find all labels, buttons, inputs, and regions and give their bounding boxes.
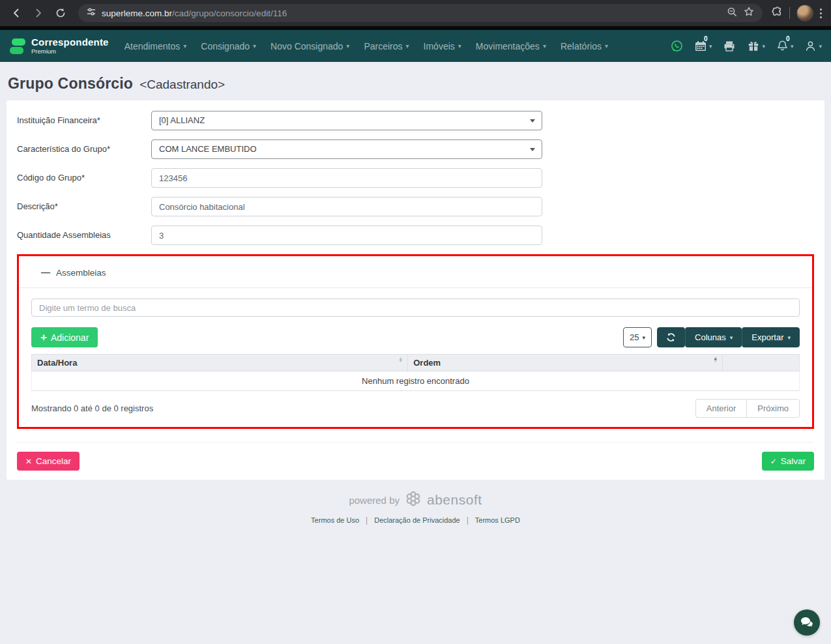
menu-relatorios[interactable]: Relatórios▾ xyxy=(561,41,608,51)
calendar-count-badge: 0 xyxy=(704,35,708,42)
assembleias-highlight-panel: — Assembleias + Adicionar 25▾ xyxy=(17,254,814,429)
column-header-actions xyxy=(723,355,800,372)
field-row-instituicao: Instituição Financeira* [0] ALLIANZ xyxy=(17,111,814,130)
label-quantidade-assembleias: Quantidade Assembleias xyxy=(17,226,151,245)
page-title-status: <Cadastrando> xyxy=(139,78,225,92)
previous-page-button[interactable]: Anterior xyxy=(695,399,747,418)
link-termos-lgpd[interactable]: Termos LGPD xyxy=(475,516,520,524)
printer-icon[interactable] xyxy=(723,40,736,52)
empty-row: Nenhum registro encontrado xyxy=(32,372,800,391)
column-header-datahora[interactable]: Data/Hora ▲▼ xyxy=(32,355,408,372)
extensions-icon[interactable] xyxy=(770,6,783,21)
field-row-caracteristica: Característica do Grupo* COM LANCE EMBUT… xyxy=(17,139,814,159)
chat-widget-button[interactable] xyxy=(794,609,820,636)
app-navbar: Correspondente Premium Atendimentos▾ Con… xyxy=(0,30,831,62)
browser-toolbar: superleme.com.br/cad/grupo/consorcio/edi… xyxy=(0,0,831,26)
gift-icon[interactable]: ▾ xyxy=(747,40,765,52)
reload-icon[interactable] xyxy=(51,3,70,23)
pagination: Anterior Próximo xyxy=(695,399,800,418)
assembleias-table: Data/Hora ▲▼ Ordem ▲▼ Nenhum registro en… xyxy=(31,354,800,391)
address-bar[interactable]: superleme.com.br/cad/grupo/consorcio/edi… xyxy=(78,4,763,22)
back-icon[interactable] xyxy=(7,3,26,23)
plus-icon: + xyxy=(40,332,47,343)
user-account-icon[interactable]: ▾ xyxy=(804,40,822,52)
abensoft-brand-text: abensoft xyxy=(427,492,482,508)
menu-consignado[interactable]: Consignado▾ xyxy=(201,41,256,51)
page-size-dropdown[interactable]: 25▾ xyxy=(623,327,652,347)
brand-subtitle: Premium xyxy=(31,48,109,55)
zoom-icon[interactable] xyxy=(727,7,738,20)
brand-logo-home[interactable]: Correspondente Premium xyxy=(9,37,109,55)
main-menu: Atendimentos▾ Consignado▾ Novo Consignad… xyxy=(124,41,608,51)
column-header-ordem[interactable]: Ordem ▲▼ xyxy=(408,355,723,372)
field-row-codigo: Código do Grupo* xyxy=(17,168,814,188)
label-descricao: Descrição* xyxy=(17,197,151,216)
refresh-button[interactable] xyxy=(657,327,685,347)
input-codigo-grupo[interactable] xyxy=(151,168,542,188)
browser-menu-icon[interactable] xyxy=(820,8,822,18)
sort-icon-ordem[interactable]: ▲▼ xyxy=(713,357,718,362)
chat-bubbles-icon xyxy=(800,616,814,629)
input-quantidade-assembleias[interactable] xyxy=(151,226,542,245)
menu-novo-consignado[interactable]: Novo Consignado▾ xyxy=(270,41,349,51)
bookmark-star-icon[interactable] xyxy=(743,6,755,20)
next-page-button[interactable]: Próximo xyxy=(746,399,800,418)
collapse-minus-icon: — xyxy=(41,267,50,278)
abensoft-logo-icon xyxy=(405,490,422,510)
select-instituicao-financeira[interactable]: [0] ALLIANZ xyxy=(151,111,542,130)
toolbar-divider xyxy=(789,7,790,19)
link-declaracao-privacidade[interactable]: Declaração de Privacidade xyxy=(374,516,459,524)
records-summary: Mostrando 0 até 0 de 0 registros xyxy=(31,403,153,413)
menu-atendimentos[interactable]: Atendimentos▾ xyxy=(124,41,187,51)
field-row-descricao: Descrição* xyxy=(17,197,814,216)
export-dropdown[interactable]: Exportar▾ xyxy=(742,327,800,347)
cancel-button[interactable]: ✕ Cancelar xyxy=(17,452,80,471)
menu-movimentacoes[interactable]: Movimentações▾ xyxy=(476,41,546,51)
label-instituicao-financeira: Instituição Financeira* xyxy=(17,111,151,130)
add-button[interactable]: + Adicionar xyxy=(31,327,98,347)
brand-title: Correspondente xyxy=(31,37,109,47)
page-title: Grupo Consórcio <Cadastrando> xyxy=(0,62,831,100)
notifications-bell-icon[interactable]: 0 ▾ xyxy=(776,40,794,52)
site-footer: powered by abensoft Termos de Uso | Decl… xyxy=(0,490,831,525)
link-termos-de-uso[interactable]: Termos de Uso xyxy=(311,516,359,524)
search-input[interactable] xyxy=(31,299,800,317)
menu-imoveis[interactable]: Imóveis▾ xyxy=(424,41,461,51)
save-check-icon: ✓ xyxy=(770,457,777,466)
refresh-icon xyxy=(666,332,676,342)
whatsapp-icon[interactable] xyxy=(671,40,683,52)
forward-icon[interactable] xyxy=(29,3,48,23)
profile-avatar[interactable] xyxy=(796,5,813,22)
site-settings-icon[interactable] xyxy=(86,7,96,20)
notification-count-badge: 0 xyxy=(786,35,790,42)
columns-dropdown[interactable]: Colunas▾ xyxy=(685,327,742,347)
assembleias-collapse-header[interactable]: — Assembleias xyxy=(19,256,812,288)
form-card: Instituição Financeira* [0] ALLIANZ Cara… xyxy=(7,100,824,480)
superleme-logo-icon xyxy=(9,38,26,55)
powered-by-text: powered by xyxy=(349,495,400,506)
save-button[interactable]: ✓ Salvar xyxy=(762,452,814,471)
menu-parceiros[interactable]: Parceiros▾ xyxy=(364,41,409,51)
input-descricao[interactable] xyxy=(151,197,542,216)
select-caracteristica-grupo[interactable]: COM LANCE EMBUTIDO xyxy=(151,139,542,159)
empty-message: Nenhum registro encontrado xyxy=(32,372,800,391)
label-caracteristica-grupo: Característica do Grupo* xyxy=(17,139,151,159)
cancel-x-icon: ✕ xyxy=(25,457,32,466)
assembleias-section-title: Assembleias xyxy=(56,268,106,278)
url-text: superleme.com.br/cad/grupo/consorcio/edi… xyxy=(102,8,287,18)
label-codigo-grupo: Código do Grupo* xyxy=(17,168,151,188)
sort-icon-datahora[interactable]: ▲▼ xyxy=(398,357,403,362)
field-row-quantidade: Quantidade Assembleias xyxy=(17,226,814,245)
calendar-icon[interactable]: 0 ▾ xyxy=(694,40,712,52)
